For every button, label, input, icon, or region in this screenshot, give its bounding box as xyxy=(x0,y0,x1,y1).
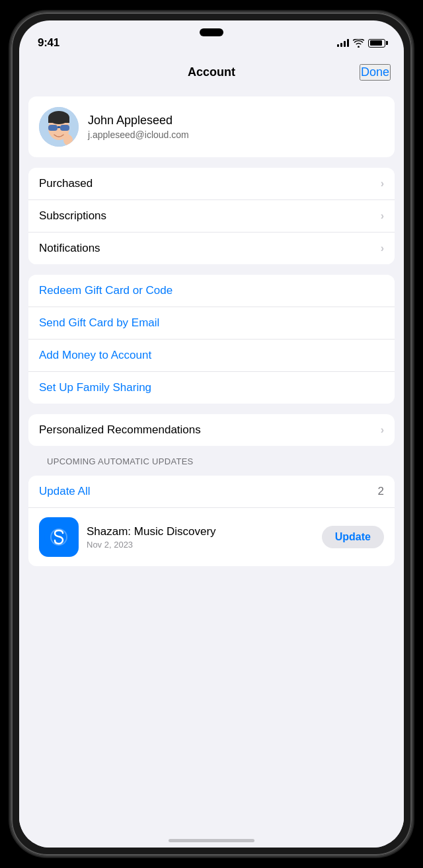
redeem-gift-card-label: Redeem Gift Card or Code xyxy=(39,284,173,297)
shazam-update-row: Shazam: Music Discovery Nov 2, 2023 Upda… xyxy=(28,508,395,566)
shazam-update-button[interactable]: Update xyxy=(322,526,384,548)
add-money-label: Add Money to Account xyxy=(39,349,151,362)
family-sharing-item[interactable]: Set Up Family Sharing xyxy=(28,372,395,404)
redeem-gift-card-item[interactable]: Redeem Gift Card or Code xyxy=(28,275,395,307)
shazam-app-info: Shazam: Music Discovery Nov 2, 2023 xyxy=(87,525,314,550)
notifications-item[interactable]: Notifications › xyxy=(28,233,395,264)
main-content: Account Done xyxy=(19,56,404,848)
send-gift-card-item[interactable]: Send Gift Card by Email xyxy=(28,307,395,340)
updates-section: Update All 2 xyxy=(28,476,395,566)
notifications-label: Notifications xyxy=(39,242,100,255)
done-button[interactable]: Done xyxy=(360,64,391,81)
svg-rect-6 xyxy=(58,126,60,128)
menu-section-3: Personalized Recommendations › xyxy=(28,414,395,446)
battery-icon xyxy=(368,39,385,48)
user-info: John Appleseed j.appleseed@icloud.com xyxy=(88,114,189,140)
svg-rect-3 xyxy=(48,118,69,123)
home-indicator xyxy=(169,839,254,842)
subscriptions-chevron: › xyxy=(381,210,384,222)
family-sharing-label: Set Up Family Sharing xyxy=(39,381,151,394)
menu-section-1: Purchased › Subscriptions › Notification… xyxy=(28,168,395,264)
svg-rect-5 xyxy=(60,125,69,131)
status-time: 9:41 xyxy=(38,36,59,50)
subscriptions-item[interactable]: Subscriptions › xyxy=(28,200,395,233)
wifi-icon xyxy=(353,39,364,48)
personalized-rec-chevron: › xyxy=(381,424,384,436)
svg-rect-4 xyxy=(48,125,58,131)
update-count: 2 xyxy=(378,485,384,498)
notifications-chevron: › xyxy=(381,242,384,254)
shazam-app-icon xyxy=(39,517,79,557)
update-all-label[interactable]: Update All xyxy=(39,485,91,498)
purchased-item[interactable]: Purchased › xyxy=(28,168,395,200)
shazam-app-name: Shazam: Music Discovery xyxy=(87,525,314,538)
purchased-label: Purchased xyxy=(39,177,93,190)
add-money-item[interactable]: Add Money to Account xyxy=(28,340,395,372)
status-icons xyxy=(337,39,385,48)
user-card: John Appleseed j.appleseed@icloud.com xyxy=(28,96,395,157)
personalized-rec-item[interactable]: Personalized Recommendations › xyxy=(28,414,395,446)
updates-section-label: UPCOMING AUTOMATIC UPDATES xyxy=(28,456,395,472)
user-name: John Appleseed xyxy=(88,114,189,127)
personalized-rec-label: Personalized Recommendations xyxy=(39,423,201,437)
user-email: j.appleseed@icloud.com xyxy=(88,129,189,140)
update-all-row[interactable]: Update All 2 xyxy=(28,476,395,508)
shazam-app-date: Nov 2, 2023 xyxy=(87,540,314,550)
status-bar: 9:41 xyxy=(19,20,404,56)
navigation-bar: Account Done xyxy=(19,56,404,86)
page-title: Account xyxy=(188,65,235,79)
subscriptions-label: Subscriptions xyxy=(39,209,106,223)
menu-section-2: Redeem Gift Card or Code Send Gift Card … xyxy=(28,275,395,404)
purchased-chevron: › xyxy=(381,178,384,190)
avatar xyxy=(39,107,79,147)
send-gift-card-label: Send Gift Card by Email xyxy=(39,316,159,330)
signal-icon xyxy=(337,39,349,47)
dynamic-island xyxy=(200,28,223,36)
